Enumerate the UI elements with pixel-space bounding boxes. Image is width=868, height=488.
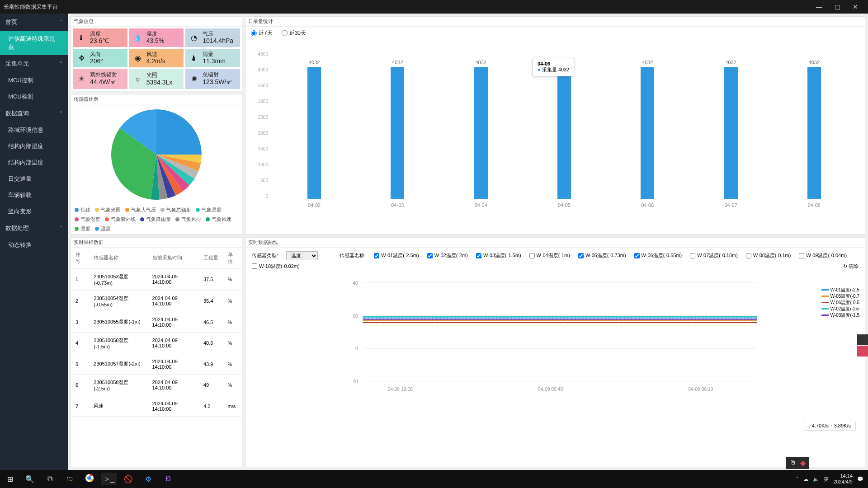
sensor-checkbox[interactable]: W-09温度(-0.04m) <box>799 252 847 259</box>
svg-point-168 <box>552 319 553 321</box>
curve-legend-item[interactable]: W-02温度(-2m <box>821 306 859 312</box>
app-icon-1[interactable]: 🚫 <box>118 475 138 483</box>
legend-item[interactable]: 气象温度 <box>196 206 222 213</box>
table-header: 工程量 <box>199 248 223 269</box>
svg-point-173 <box>571 319 572 321</box>
sidebar-group[interactable]: 采集单元˄ <box>0 55 68 72</box>
legend-item[interactable]: 气象风向 <box>175 216 201 223</box>
sidebar-item[interactable]: 结构内部温度 <box>0 155 68 171</box>
taskview-icon[interactable]: ⧉ <box>40 475 60 483</box>
legend-item[interactable]: 气象风速 <box>206 216 231 223</box>
bar[interactable]: 403204-03 <box>391 67 404 199</box>
curve-legend-item[interactable]: W-05温度(-0.7 <box>821 293 859 300</box>
sensor-checkbox[interactable]: W-02温度(-2m) <box>427 252 468 259</box>
minimize-button[interactable]: — <box>810 3 828 10</box>
start-button[interactable]: ⊞ <box>0 475 20 483</box>
svg-point-63 <box>556 317 557 319</box>
svg-point-67 <box>571 317 572 319</box>
svg-point-150 <box>485 319 486 321</box>
curve-legend-item[interactable]: W-01温度(-2.5 <box>821 287 859 293</box>
settings-icon[interactable]: ⚙ <box>138 475 158 483</box>
tray-cloud-icon[interactable]: ☁ <box>803 476 808 482</box>
sidebar-item[interactable]: 日交通量 <box>0 171 68 187</box>
maximize-button[interactable]: ▢ <box>828 3 846 10</box>
svg-point-70 <box>582 317 584 319</box>
svg-point-222 <box>755 319 756 321</box>
tray-volume-icon[interactable]: 🔈 <box>813 476 819 482</box>
range-radio[interactable]: 近7天 <box>251 29 273 37</box>
sensor-checkbox[interactable]: W-04温度(-1m) <box>529 252 570 259</box>
app-icon-2[interactable]: Ð <box>158 475 178 483</box>
table-row[interactable]: 6230510058湿度(-2.5m)2024-04-09 14:10:0049… <box>71 374 242 396</box>
legend-item[interactable]: 气象降雨量 <box>140 216 171 223</box>
clear-button[interactable]: ↻ 清除 <box>843 263 859 270</box>
legend-item[interactable]: 温度 <box>75 225 90 232</box>
sidebar-item[interactable]: 路域环境信息 <box>0 122 68 138</box>
table-row[interactable]: 7风速2024-04-09 14:10:004.2m/s <box>71 396 242 416</box>
legend-item[interactable]: 湿度 <box>95 225 111 232</box>
bar[interactable]: 403204-06 <box>641 67 654 199</box>
explorer-icon[interactable]: 🗂 <box>60 475 80 483</box>
svg-point-257 <box>488 322 490 323</box>
sidebar-group[interactable]: 数据查询˄ <box>0 105 68 122</box>
mini-tray[interactable]: 🖱◆ <box>786 457 809 469</box>
bar[interactable]: 403204-05 <box>557 67 571 199</box>
sidebar-item[interactable]: 动态转换 <box>0 237 68 253</box>
sensor-checkbox[interactable]: W-01温度(-2.5m) <box>374 252 419 259</box>
search-icon[interactable]: 🔍 <box>20 475 40 483</box>
bar[interactable]: 403204-07 <box>724 67 738 199</box>
bar[interactable]: 403204-02 <box>307 67 321 199</box>
notifications-icon[interactable]: 💬 <box>857 476 863 482</box>
svg-point-244 <box>439 322 441 323</box>
svg-point-194 <box>650 319 651 321</box>
legend-item[interactable]: 气象紫外线 <box>105 216 136 223</box>
sidebar-item[interactable]: MCU检测 <box>0 89 68 105</box>
svg-point-316 <box>710 322 711 323</box>
tray-expand-icon[interactable]: ˄ <box>796 476 799 482</box>
tray-ime[interactable]: 英 <box>824 476 829 483</box>
svg-point-300 <box>650 322 651 323</box>
curve-legend-item[interactable]: W-06温度(-0.5 <box>821 300 859 306</box>
sidebar-item[interactable]: MCU控制 <box>0 72 68 89</box>
svg-point-271 <box>541 322 542 323</box>
sensor-checkbox[interactable]: W-06温度(-0.55m) <box>634 252 682 259</box>
sidebar-item[interactable]: 车辆轴载 <box>0 187 68 203</box>
range-radio[interactable]: 近30天 <box>282 29 306 37</box>
sensor-checkbox[interactable]: W-08温度(-0.1m) <box>746 252 791 259</box>
curve-legend-item[interactable]: W-03温度(-1.5 <box>821 312 859 319</box>
terminal-icon[interactable]: ＞_ <box>101 473 117 485</box>
table-row[interactable]: 1230510053湿度(-0.73m)2024-04-09 14:10:003… <box>71 268 242 290</box>
svg-point-273 <box>548 322 550 323</box>
chrome-icon[interactable] <box>80 474 99 484</box>
sidebar-group[interactable]: 数据处理˄ <box>0 220 68 237</box>
legend-item[interactable]: 气象总辐射 <box>160 206 191 213</box>
bar[interactable]: 403204-08 <box>807 67 821 199</box>
sensor-checkbox[interactable]: W-10温度(-0.02m) <box>252 263 300 270</box>
legend-item[interactable]: 气象大气压 <box>125 206 156 213</box>
bar[interactable]: 403204-04 <box>474 67 488 199</box>
svg-point-58 <box>537 317 538 319</box>
sensor-checkbox[interactable]: W-03温度(-1.5m) <box>476 252 521 259</box>
sensor-type-select[interactable]: 温度 <box>286 251 318 260</box>
legend-item[interactable]: 气象光照 <box>95 206 121 213</box>
table-row[interactable]: 8风向2024-04-09 14:10:00206° <box>71 416 242 419</box>
sidebar-item[interactable]: 结构内部湿度 <box>0 138 68 155</box>
svg-point-321 <box>729 322 730 323</box>
legend-item[interactable]: 位移 <box>75 206 90 213</box>
sidebar-item[interactable]: 竖向变形 <box>0 203 68 220</box>
legend-item[interactable]: 气象湿度 <box>75 216 100 223</box>
table-row[interactable]: 5230510057湿度(-2m)2024-04-09 14:10:0043.9… <box>71 354 242 374</box>
sensor-checkbox[interactable]: W-07温度(-0.18m) <box>690 252 738 259</box>
table-row[interactable]: 4230510056湿度(-1.5m)2024-04-09 14:10:0040… <box>71 332 242 354</box>
svg-point-296 <box>635 322 636 323</box>
close-button[interactable]: ✕ <box>846 3 864 10</box>
sidebar-item[interactable]: 许信高速特殊示范点 <box>0 31 68 55</box>
sensor-checkbox[interactable]: W-05温度(-0.73m) <box>578 252 626 259</box>
sidebar-group[interactable]: 首页˄ <box>0 14 68 31</box>
side-tabs[interactable] <box>857 334 868 357</box>
table-row[interactable]: 2230510054湿度(-0.55m)2024-04-09 14:10:003… <box>71 290 242 312</box>
table-row[interactable]: 3230510055湿度(-1m)2024-04-09 14:10:0046.5… <box>71 312 242 332</box>
svg-point-234 <box>402 322 403 323</box>
svg-point-80 <box>620 317 621 319</box>
taskbar-clock[interactable]: 14:14 2024/4/9 <box>833 473 853 485</box>
